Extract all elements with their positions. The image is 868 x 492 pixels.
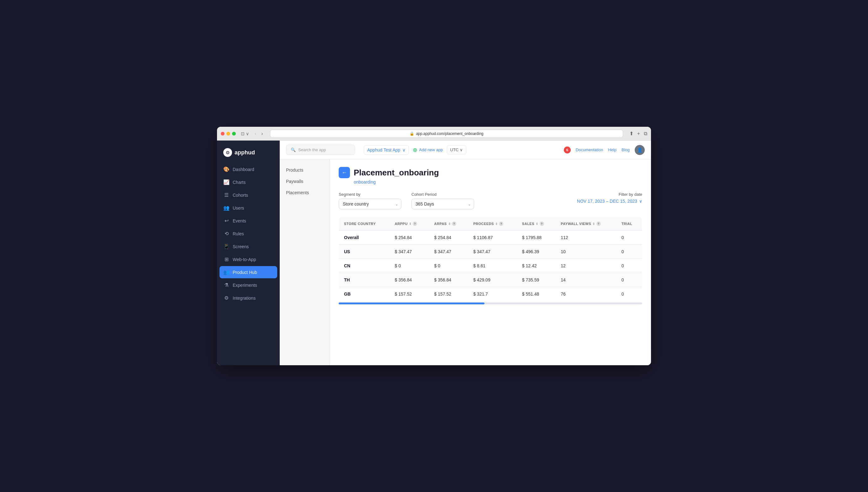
sidebar-toggle-btn[interactable]: ⊡ ∨ bbox=[241, 131, 249, 136]
sidebar-item-experiments[interactable]: ⚗ Experiments bbox=[219, 279, 277, 291]
cell-arppu-4: $ 157.52 bbox=[390, 287, 429, 301]
utc-selector[interactable]: UTC ∨ bbox=[447, 145, 467, 154]
documentation-link[interactable]: Documentation bbox=[576, 147, 603, 152]
segment-select[interactable]: Store country Platform Country Version bbox=[339, 199, 401, 209]
chevron-down-icon: ∨ bbox=[639, 199, 642, 204]
screens-icon: 📱 bbox=[223, 244, 230, 249]
rules-icon: ⟲ bbox=[223, 230, 230, 237]
notification-count: 6 bbox=[566, 148, 568, 152]
cell-proceeds-4: $ 321.7 bbox=[468, 287, 517, 301]
sales-sort-icon[interactable]: ⇕ bbox=[535, 222, 538, 226]
notification-badge[interactable]: 6 bbox=[564, 147, 571, 153]
blog-link[interactable]: Blog bbox=[622, 147, 630, 152]
nav-forward-btn[interactable]: › bbox=[259, 130, 265, 137]
sales-help-icon[interactable]: ? bbox=[540, 222, 544, 226]
add-app-label: Add new app bbox=[419, 147, 443, 152]
mac-window: ⊡ ∨ ‹ › 🔒 app.apphud.com/placement_onboa… bbox=[217, 127, 651, 365]
cell-trial-3: 0 bbox=[616, 273, 642, 287]
col-arppu: ARPPU ⇕ ? bbox=[390, 217, 429, 230]
sidebar-nav: 🎨 Dashboard 📈 Charts ☰ Cohorts 👥 Users ↩ bbox=[217, 163, 280, 360]
sidebar-item-users[interactable]: 👥 Users bbox=[219, 202, 277, 214]
search-bar[interactable]: 🔍 Search the app bbox=[286, 145, 355, 155]
sidebar-item-cohorts[interactable]: ☰ Cohorts bbox=[219, 189, 277, 201]
cell-store_country-1: US bbox=[339, 245, 390, 259]
segment-select-wrapper: Store country Platform Country Version bbox=[339, 199, 401, 209]
paywall-views-sort-icon[interactable]: ⇕ bbox=[593, 222, 595, 226]
cohort-select[interactable]: 7 Days 30 Days 90 Days 180 Days 365 Days bbox=[412, 199, 474, 209]
sub-nav-placements[interactable]: Placements bbox=[280, 187, 330, 198]
table-scroll-bar[interactable] bbox=[339, 302, 642, 304]
new-tab-btn[interactable]: + bbox=[637, 130, 640, 137]
share-btn[interactable]: ⬆ bbox=[629, 130, 633, 137]
cell-arpas-1: $ 347.47 bbox=[429, 245, 469, 259]
cell-trial-1: 0 bbox=[616, 245, 642, 259]
col-sales: SALES ⇕ ? bbox=[517, 217, 556, 230]
sidebar-item-events[interactable]: ↩ Events bbox=[219, 215, 277, 227]
close-button[interactable] bbox=[221, 132, 225, 136]
date-range-text: NOV 17, 2023 – DEC 15, 2023 bbox=[577, 199, 637, 204]
app-selector[interactable]: Apphud Test App ∨ bbox=[364, 145, 409, 155]
table-row: CN$ 0$ 0$ 8.61$ 12.42120 bbox=[339, 259, 642, 273]
sidebar-item-integrations[interactable]: ⚙ Integrations bbox=[219, 292, 277, 304]
events-icon: ↩ bbox=[223, 218, 230, 224]
cell-proceeds-3: $ 429.09 bbox=[468, 273, 517, 287]
add-app-button[interactable]: ⊕ Add new app bbox=[413, 147, 443, 153]
chevron-down-icon: ∨ bbox=[402, 147, 405, 152]
cell-trial-0: 0 bbox=[616, 230, 642, 245]
traffic-lights bbox=[221, 132, 236, 136]
sub-nav-paywalls[interactable]: Paywalls bbox=[280, 176, 330, 187]
sub-nav-products[interactable]: Products bbox=[280, 165, 330, 176]
proceeds-sort-icon[interactable]: ⇕ bbox=[495, 222, 498, 226]
utc-label: UTC bbox=[450, 147, 459, 152]
col-arppu-label: ARPPU bbox=[395, 222, 407, 226]
tabs-btn[interactable]: ⧉ bbox=[644, 130, 647, 137]
sidebar-label-web-to-app: Web-to-App bbox=[233, 257, 256, 262]
arpas-help-icon[interactable]: ? bbox=[452, 222, 456, 226]
cell-proceeds-2: $ 8.61 bbox=[468, 259, 517, 273]
app-name: Apphud Test App bbox=[367, 147, 400, 152]
nav-back-btn[interactable]: ‹ bbox=[253, 130, 258, 137]
col-proceeds-label: PROCEEDS bbox=[473, 222, 494, 226]
sidebar-item-charts[interactable]: 📈 Charts bbox=[219, 176, 277, 188]
date-range-picker[interactable]: NOV 17, 2023 – DEC 15, 2023 ∨ bbox=[577, 199, 642, 204]
arppu-sort-icon[interactable]: ⇕ bbox=[409, 222, 412, 226]
user-avatar[interactable]: 👤 bbox=[635, 145, 645, 155]
content-area: Products Paywalls Placements ← Placement… bbox=[280, 159, 651, 365]
cell-arpas-3: $ 356.84 bbox=[429, 273, 469, 287]
back-button[interactable]: ← bbox=[339, 167, 350, 178]
experiments-icon: ⚗ bbox=[223, 282, 230, 288]
sidebar-label-experiments: Experiments bbox=[233, 283, 257, 288]
maximize-button[interactable] bbox=[232, 132, 236, 136]
search-icon: 🔍 bbox=[291, 147, 296, 152]
paywall-views-help-icon[interactable]: ? bbox=[597, 222, 601, 226]
cell-arppu-3: $ 356.84 bbox=[390, 273, 429, 287]
sidebar-label-events: Events bbox=[233, 218, 246, 223]
cell-store_country-0: Overall bbox=[339, 230, 390, 245]
proceeds-help-icon[interactable]: ? bbox=[499, 222, 503, 226]
cell-trial-4: 0 bbox=[616, 287, 642, 301]
minimize-button[interactable] bbox=[227, 132, 230, 136]
sidebar-item-product-hub[interactable]: 👥 Product Hub bbox=[219, 266, 277, 278]
logo-icon: ⊙ bbox=[223, 148, 232, 157]
data-table: STORE COUNTRY ARPPU ⇕ ? bbox=[339, 217, 642, 301]
sidebar-item-rules[interactable]: ⟲ Rules bbox=[219, 227, 277, 240]
top-nav-center: Apphud Test App ∨ ⊕ Add new app UTC ∨ bbox=[360, 145, 559, 155]
table-scroll-thumb bbox=[339, 302, 484, 304]
lock-icon: 🔒 bbox=[410, 131, 414, 136]
help-link[interactable]: Help bbox=[608, 147, 616, 152]
cohort-filter-group: Cohort Period 7 Days 30 Days 90 Days 180… bbox=[412, 192, 474, 209]
sidebar-label-users: Users bbox=[233, 205, 244, 211]
table-row: TH$ 356.84$ 356.84$ 429.09$ 735.59140 bbox=[339, 273, 642, 287]
sidebar-item-screens[interactable]: 📱 Screens bbox=[219, 240, 277, 253]
arpas-sort-icon[interactable]: ⇕ bbox=[448, 222, 451, 226]
cell-sales-4: $ 551.48 bbox=[517, 287, 556, 301]
main-content: ← Placement_onboaring onboarding Segment… bbox=[330, 159, 651, 365]
url-bar[interactable]: 🔒 app.apphud.com/placement_onboarding bbox=[270, 130, 623, 138]
sidebar-item-dashboard[interactable]: 🎨 Dashboard bbox=[219, 163, 277, 175]
sidebar-label-rules: Rules bbox=[233, 231, 244, 236]
sidebar-item-web-to-app[interactable]: ⊞ Web-to-App bbox=[219, 253, 277, 266]
arppu-help-icon[interactable]: ? bbox=[413, 222, 417, 226]
sidebar-label-product-hub: Product Hub bbox=[233, 270, 257, 275]
utc-chevron-icon: ∨ bbox=[460, 147, 463, 152]
col-sales-label: SALES bbox=[522, 222, 534, 226]
